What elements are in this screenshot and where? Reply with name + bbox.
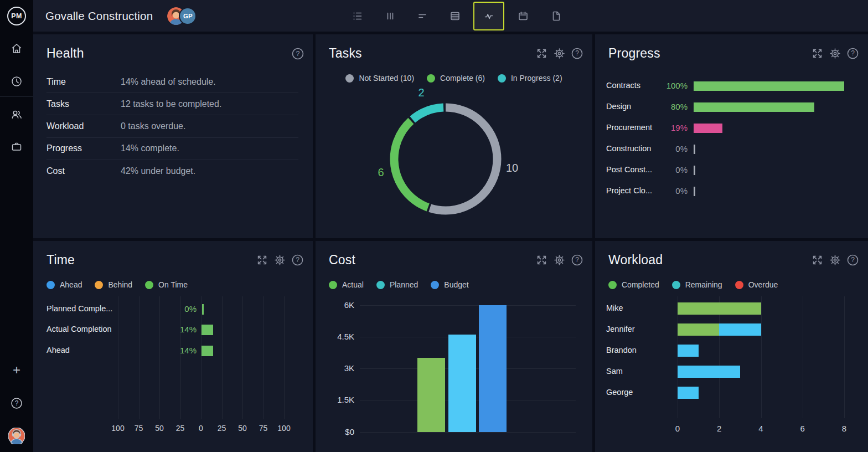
legend-item: Remaining (672, 280, 722, 289)
legend-dot-icon (608, 281, 617, 289)
legend-dot-icon (672, 281, 680, 289)
legend-dot-icon (376, 281, 385, 289)
gear-icon[interactable] (274, 254, 286, 266)
progress-panel: Progress ? Contracts100%Design80%Procure… (595, 34, 868, 238)
calendar-view-button[interactable] (509, 2, 537, 30)
help-icon[interactable]: ? (571, 48, 583, 59)
avatar-initials[interactable]: GP (179, 7, 197, 25)
health-row: Tasks12 tasks to be completed. (46, 93, 298, 115)
gear-icon[interactable] (554, 48, 565, 59)
help-icon[interactable]: ? (847, 48, 859, 59)
time-bar (202, 346, 213, 356)
legend-label: Planned (390, 280, 418, 289)
board-view-button[interactable] (376, 2, 404, 30)
help-icon[interactable]: ? (571, 254, 583, 266)
gridline (360, 305, 576, 306)
legend-label: Budget (444, 280, 468, 289)
list-icon (351, 9, 364, 23)
home-icon (10, 42, 23, 55)
health-row-label: Workload (46, 121, 121, 131)
help-icon[interactable]: ? (292, 254, 303, 266)
sidebar-add-button[interactable]: + (0, 363, 33, 377)
health-row: Cost42% under budget. (46, 160, 298, 182)
workload-category-label: Brandon (606, 346, 637, 355)
gantt-view-button[interactable] (409, 2, 436, 30)
gridline (284, 296, 285, 419)
legend-dot-icon (427, 74, 435, 83)
gridline (118, 296, 118, 419)
progress-bar (694, 81, 844, 91)
workload-bar-segment (678, 366, 740, 378)
sheet-view-button[interactable] (441, 2, 469, 30)
help-icon[interactable]: ? (292, 48, 303, 59)
time-value-label: 0% (144, 304, 197, 314)
progress-category-label: Design (606, 102, 631, 111)
health-row-value: 14% complete. (121, 143, 179, 153)
health-rows: Time14% ahead of schedule.Tasks12 tasks … (46, 71, 298, 182)
pulse-dashboard-icon (482, 9, 495, 23)
board-columns-icon (384, 9, 397, 23)
health-row: Workload0 tasks overdue. (46, 115, 298, 137)
sidebar-item-projects[interactable] (0, 140, 33, 153)
cost-axis-tick: $0 (316, 427, 354, 436)
progress-value-label: 0% (644, 186, 688, 196)
document-view-button[interactable] (542, 2, 570, 30)
legend-dot-icon (498, 74, 506, 83)
list-view-button[interactable] (344, 2, 371, 30)
help-icon[interactable]: ? (847, 254, 859, 266)
legend-label: On Time (158, 280, 188, 289)
svg-text:?: ? (851, 256, 855, 264)
tasks-donut-chart (385, 98, 507, 220)
gridline (159, 296, 160, 419)
cost-bar (448, 335, 476, 432)
donut-segment (385, 98, 507, 220)
workload-bar-segment (678, 345, 699, 357)
progress-value-label: 100% (644, 81, 688, 90)
progress-zero-tick (694, 145, 695, 154)
legend-label: Not Started (10) (359, 74, 414, 83)
time-axis-tick: 100 (277, 424, 290, 433)
expand-icon[interactable] (536, 254, 547, 266)
plus-icon: + (13, 363, 20, 377)
gear-icon[interactable] (829, 254, 841, 266)
expand-icon[interactable] (812, 254, 823, 266)
nav-sidebar: + ? (0, 32, 33, 452)
time-category-label: Planned Comple... (46, 304, 112, 313)
expand-icon[interactable] (536, 48, 547, 59)
briefcase-icon (10, 140, 23, 153)
dashboard-view-button[interactable] (473, 2, 504, 30)
time-axis-tick: 50 (238, 424, 247, 433)
health-row-value: 42% under budget. (121, 166, 195, 176)
sidebar-item-team[interactable] (0, 108, 33, 121)
cost-bar (417, 358, 445, 432)
legend-item: Completed (608, 280, 659, 289)
progress-bar (694, 102, 814, 112)
person-avatar-icon (8, 428, 25, 444)
legend-item: Ahead (46, 280, 82, 289)
progress-value-label: 0% (644, 165, 688, 174)
legend-label: Remaining (685, 280, 722, 289)
app-logo[interactable]: PM (0, 0, 33, 32)
sidebar-item-home[interactable] (0, 42, 33, 55)
legend-label: Complete (6) (440, 74, 485, 83)
time-axis-tick: 25 (176, 424, 185, 433)
sidebar-help-button[interactable]: ? (0, 397, 33, 410)
workload-category-label: George (606, 388, 633, 397)
expand-icon[interactable] (256, 254, 268, 266)
document-icon (549, 9, 562, 23)
gear-icon[interactable] (829, 48, 841, 59)
workload-axis-tick: 8 (842, 424, 846, 433)
time-zero-tick (202, 304, 204, 315)
health-panel: Health ? Time14% ahead of schedule.Tasks… (33, 34, 313, 238)
expand-icon[interactable] (812, 48, 823, 59)
gridline (264, 296, 264, 419)
project-avatars: GP (167, 7, 197, 25)
donut-value-label: 6 (378, 166, 384, 179)
gear-icon[interactable] (554, 254, 565, 266)
sidebar-profile-avatar[interactable] (0, 428, 33, 444)
legend-label: Overdue (748, 280, 778, 289)
workload-axis-tick: 2 (717, 424, 721, 433)
sidebar-item-time[interactable] (0, 75, 33, 88)
sidebar-divider (0, 96, 33, 97)
health-row: Progress14% complete. (46, 138, 298, 160)
